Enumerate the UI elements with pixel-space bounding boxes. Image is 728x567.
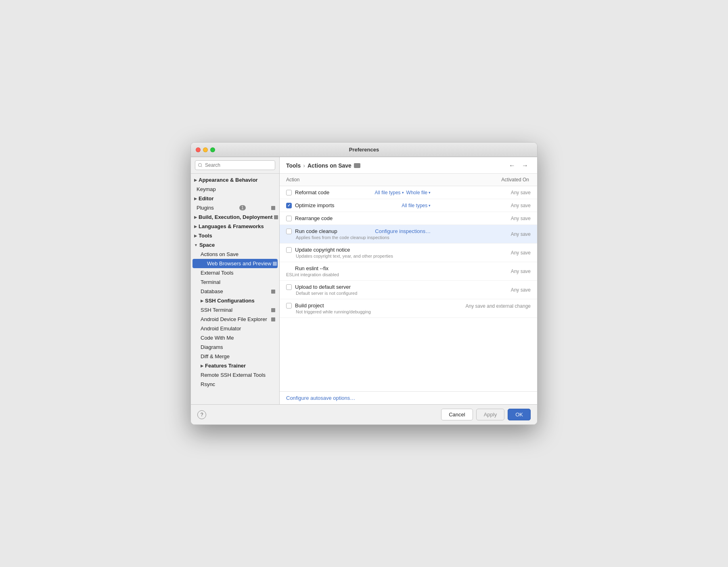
configure-inspections-link[interactable]: Configure inspections… [375, 228, 431, 234]
sidebar-item-web-browsers[interactable]: External Tools [191, 268, 279, 277]
action-name: Rearrange code [295, 215, 333, 221]
sidebar-item-tools[interactable]: ▼ Space [191, 240, 279, 250]
sidebar-item-features-trainer[interactable]: Remote SSH External Tools [191, 370, 279, 380]
sidebar-item-terminal[interactable]: Database [191, 287, 279, 296]
sidebar-item-label: Database [201, 288, 223, 294]
search-input[interactable] [195, 160, 275, 170]
scope-dropdown[interactable]: Whole file ▾ [406, 190, 431, 195]
chevron-right-icon: ▶ [201, 364, 203, 368]
breadcrumb: Tools › Actions on Save [286, 162, 360, 169]
sidebar-item-plugins[interactable]: Plugins 1 [191, 203, 279, 212]
chevron-right-icon: ▶ [194, 234, 197, 238]
sidebar-item-keymap[interactable]: Keymap [191, 185, 279, 194]
breadcrumb-parent[interactable]: Tools [286, 162, 301, 169]
activated-cell: Any save and external change [437, 299, 537, 318]
action-name: Update copyright notice [295, 247, 350, 253]
rearrange-checkbox[interactable] [286, 216, 292, 221]
actions-table: Action Activated On Reformat code [280, 174, 537, 318]
activated-cell: Any save [437, 244, 537, 262]
navigation-buttons: ← → [506, 161, 531, 170]
action-cell: Upload to default server Default server … [280, 281, 437, 299]
action-cell: Run eslint --fix ESLint integration disa… [280, 262, 437, 281]
action-cell: Rearrange code [280, 212, 437, 225]
action-subtitle: ESLint integration disabled [286, 272, 431, 277]
activated-cell: Any save [437, 199, 537, 212]
sidebar-item-label: Languages & Frameworks [199, 223, 264, 229]
content-header: Tools › Actions on Save ← → [280, 157, 537, 174]
optimize-checkbox[interactable] [286, 203, 292, 208]
main-content: ▶ Appearance & Behavior Keymap ▶ Editor … [191, 157, 537, 404]
file-types-dropdown[interactable]: All file types ▾ [375, 190, 404, 195]
minimize-button[interactable] [203, 147, 208, 152]
sidebar-item-actions-on-save[interactable]: Web Browsers and Preview [192, 259, 278, 268]
sidebar-item-remote-ssh[interactable]: Rsync [191, 380, 279, 389]
help-button[interactable]: ? [197, 410, 206, 419]
chevron-right-icon: ▶ [194, 197, 197, 201]
action-filters: All file types ▾ Whole file ▾ [375, 190, 431, 195]
table-row: Upload to default server Default server … [280, 281, 537, 299]
table-row: Reformat code All file types ▾ Whole fil… [280, 186, 537, 199]
sidebar-item-label: Android Device File Explorer [201, 316, 267, 322]
sidebar-item-android-device[interactable]: Android Emulator [191, 324, 279, 333]
action-name: Run eslint --fix [295, 265, 328, 271]
sidebar-item-database[interactable]: ▶ SSH Configurations [191, 296, 279, 305]
sidebar-item-label: SSH Terminal [201, 307, 232, 313]
close-button[interactable] [196, 147, 201, 152]
sidebar-item-code-with-me[interactable]: Diagrams [191, 342, 279, 352]
action-cell: Build project Not triggered while runnin… [280, 299, 437, 318]
action-cell: Update copyright notice Updates copyrigh… [280, 244, 437, 262]
maximize-button[interactable] [210, 147, 215, 152]
sidebar-item-ssh-config[interactable]: SSH Terminal [191, 305, 279, 315]
activated-cell: Any save [437, 262, 537, 281]
chevron-down-icon: ▾ [429, 204, 431, 208]
sidebar-item-label: Plugins [197, 205, 214, 211]
sidebar-item-label: Appearance & Behavior [199, 177, 258, 183]
sidebar-item-label: SSH Configurations [205, 298, 255, 304]
forward-button[interactable]: → [519, 161, 531, 170]
configure-autosave-link[interactable]: Configure autosave options… [286, 395, 355, 401]
table-row: Run code cleanup Configure inspections… … [280, 225, 537, 244]
file-types-dropdown[interactable]: All file types ▾ [402, 203, 431, 208]
apply-button[interactable]: Apply [476, 409, 505, 420]
sidebar-item-android-emulator[interactable]: Code With Me [191, 333, 279, 342]
sidebar-item-label: Actions on Save [201, 251, 238, 257]
ok-button[interactable]: OK [508, 409, 531, 420]
sidebar-item-languages[interactable]: ▶ Tools [191, 231, 279, 240]
sidebar-item-label: Features Trainer [205, 363, 246, 369]
chevron-right-icon: ▶ [201, 299, 203, 303]
action-cell: Run code cleanup Configure inspections… … [280, 225, 437, 244]
sidebar-item-space[interactable]: Actions on Save [191, 250, 279, 259]
sidebar-item-version-control[interactable]: ▶ Build, Execution, Deployment [191, 212, 279, 222]
table-row: Rearrange code Any save [280, 212, 537, 225]
sidebar-item-build[interactable]: ▶ Languages & Frameworks [191, 222, 279, 231]
back-button[interactable]: ← [506, 161, 518, 170]
sidebar-item-label: Diff & Merge [201, 353, 230, 359]
sidebar-item-label: Rsync [201, 381, 215, 387]
activated-cell: Any save [437, 225, 537, 244]
chevron-down-icon: ▾ [429, 191, 431, 195]
sidebar-item-diagrams[interactable]: Diff & Merge [191, 352, 279, 361]
col-activated-header: Activated On [437, 174, 537, 186]
window-title: Preferences [349, 147, 379, 153]
sidebar-item-ssh-terminal[interactable]: Android Device File Explorer [191, 315, 279, 324]
sidebar-item-editor[interactable]: ▶ Editor [191, 194, 279, 203]
preferences-window: Preferences ▶ Appearance & Behavior Keym… [190, 142, 538, 425]
table-row: Run eslint --fix ESLint integration disa… [280, 262, 537, 281]
copyright-checkbox[interactable] [286, 247, 292, 253]
activated-cell: Any save [437, 212, 537, 225]
ssh-terminal-icon [271, 317, 275, 321]
action-cell: Optimize imports All file types ▾ [280, 199, 437, 212]
action-subtitle: Default server is not configured [286, 291, 431, 296]
build-checkbox[interactable] [286, 303, 292, 309]
sidebar-item-external-tools[interactable]: Terminal [191, 277, 279, 287]
sidebar-item-diff-merge[interactable]: ▶ Features Trainer [191, 361, 279, 370]
sidebar-item-label: External Tools [201, 270, 233, 276]
table-row: Optimize imports All file types ▾ [280, 199, 537, 212]
sidebar-item-label: Terminal [201, 279, 220, 285]
reformat-checkbox[interactable] [286, 190, 292, 195]
sidebar-item-appearance[interactable]: ▶ Appearance & Behavior [191, 175, 279, 185]
upload-checkbox[interactable] [286, 284, 292, 290]
cleanup-checkbox[interactable] [286, 229, 292, 234]
sidebar-item-rsync[interactable] [191, 389, 279, 392]
cancel-button[interactable]: Cancel [441, 409, 473, 420]
